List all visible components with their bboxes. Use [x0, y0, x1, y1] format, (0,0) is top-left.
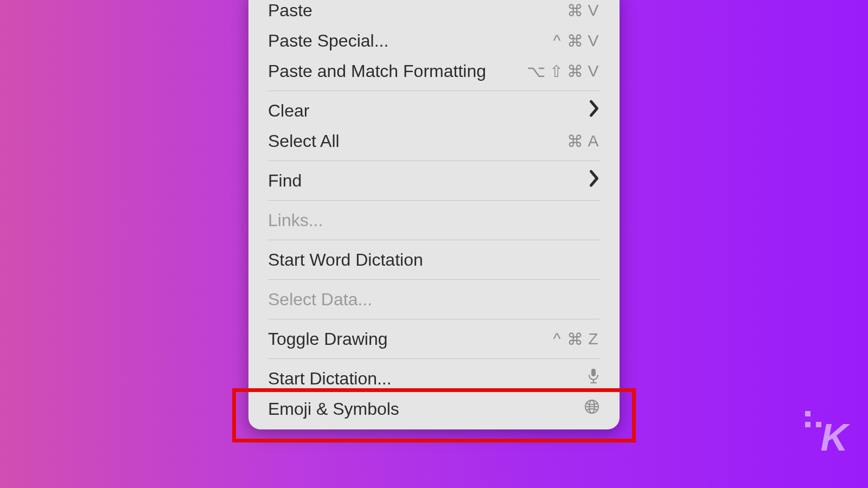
menu-item-links: Links...	[248, 205, 620, 235]
menu-item-label: Links...	[268, 210, 600, 230]
menu-item-label: Paste Special...	[268, 31, 551, 51]
menu-item-paste-special[interactable]: Paste Special...^⌘V	[248, 25, 620, 56]
menu-item-label: Clear	[268, 101, 588, 121]
menu-item-clear[interactable]: Clear	[248, 95, 620, 126]
menu-item-label: Find	[268, 171, 588, 191]
menu-separator	[268, 160, 600, 161]
menu-item-shortcut: ^⌘V	[551, 31, 600, 50]
menu-item-label: Toggle Drawing	[268, 329, 551, 349]
brand-logo-letter: K	[820, 416, 846, 459]
menu-item-shortcut: ^⌘Z	[551, 330, 600, 349]
chevron-right-icon	[588, 169, 600, 192]
menu-item-start-word-dictation[interactable]: Start Word Dictation	[248, 245, 620, 275]
menu-item-label: Start Word Dictation	[268, 250, 600, 270]
menu-separator	[268, 240, 600, 240]
chevron-right-icon	[588, 99, 600, 122]
menu-item-select-all[interactable]: Select All⌘A	[248, 126, 620, 156]
menu-item-shortcut: ⌘V	[567, 1, 600, 20]
svg-rect-0	[591, 369, 596, 376]
menu-item-shortcut: ⌥⇧⌘V	[527, 62, 600, 81]
menu-separator	[268, 319, 600, 319]
menu-item-label: Paste	[268, 1, 567, 21]
menu-separator	[268, 200, 600, 201]
menu-separator	[268, 279, 600, 280]
microphone-icon	[587, 368, 600, 389]
menu-item-paste-match[interactable]: Paste and Match Formatting⌥⇧⌘V	[248, 56, 620, 86]
menu-separator	[268, 358, 600, 359]
menu-item-emoji-symbols[interactable]: Emoji & Symbols	[248, 394, 620, 424]
menu-item-label: Paste and Match Formatting	[268, 61, 527, 81]
edit-menu-dropdown: Paste⌘VPaste Special...^⌘VPaste and Matc…	[248, 0, 620, 429]
menu-item-label: Select Data...	[268, 290, 600, 310]
menu-item-toggle-drawing[interactable]: Toggle Drawing^⌘Z	[248, 324, 620, 354]
menu-item-select-data: Select Data...	[248, 284, 620, 314]
globe-icon	[584, 399, 600, 419]
menu-item-shortcut: ⌘A	[567, 132, 600, 151]
brand-logo: K	[820, 419, 846, 457]
menu-item-start-dictation[interactable]: Start Dictation...	[248, 363, 620, 394]
menu-item-paste[interactable]: Paste⌘V	[248, 0, 620, 25]
menu-separator	[268, 91, 600, 91]
menu-item-label: Start Dictation...	[268, 369, 587, 389]
menu-item-label: Emoji & Symbols	[268, 399, 584, 419]
menu-item-find[interactable]: Find	[248, 165, 620, 196]
menu-item-label: Select All	[268, 131, 567, 151]
